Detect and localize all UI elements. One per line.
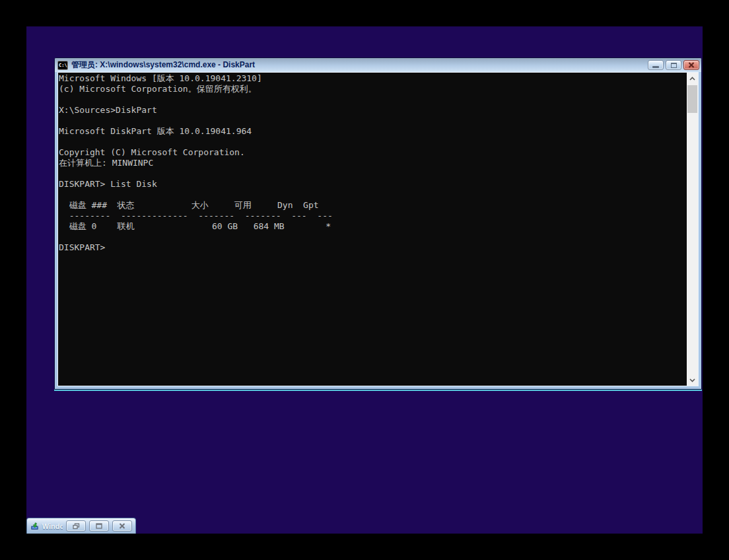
cmd-window: C:\ 管理员: X:\windows\system32\cmd.exe - D…	[54, 57, 702, 390]
window-title: 管理员: X:\windows\system32\cmd.exe - DiskP…	[68, 59, 646, 71]
minimized-window-title: Windo...	[39, 522, 63, 530]
setup-desktop: C:\ 管理员: X:\windows\system32\cmd.exe - D…	[26, 26, 703, 534]
scroll-down-button[interactable]	[687, 374, 698, 386]
windows-setup-icon	[31, 521, 39, 532]
console-output-area[interactable]: Microsoft Windows [版本 10.0.19041.2310] (…	[58, 73, 687, 386]
close-button[interactable]	[683, 60, 699, 70]
chevron-up-icon	[689, 77, 695, 81]
close-button-taskbar[interactable]	[112, 520, 132, 532]
restore-icon	[73, 523, 80, 530]
scroll-up-button[interactable]	[687, 73, 698, 84]
cmd-icon: C:\	[57, 61, 68, 70]
desktop-root: { "screen": { "desktop_color": "#1d0757"…	[0, 0, 729, 560]
minimize-icon	[652, 66, 659, 68]
vertical-scrollbar[interactable]	[687, 73, 698, 386]
maximize-icon	[671, 63, 677, 68]
maximize-button[interactable]	[666, 60, 681, 70]
maximize-icon	[96, 523, 102, 529]
console-body: Microsoft Windows [版本 10.0.19041.2310] (…	[57, 72, 699, 386]
scrollbar-thumb[interactable]	[687, 85, 697, 113]
close-icon	[688, 62, 695, 68]
minimize-button[interactable]	[648, 60, 664, 70]
cmd-titlebar[interactable]: C:\ 管理员: X:\windows\system32\cmd.exe - D…	[55, 58, 701, 72]
console-output: Microsoft Windows [版本 10.0.19041.2310] (…	[59, 73, 687, 253]
minimized-setup-window[interactable]: Windo...	[26, 518, 136, 534]
chevron-down-icon	[689, 378, 695, 382]
maximize-button-taskbar[interactable]	[89, 520, 109, 532]
restore-button[interactable]	[66, 520, 86, 532]
close-icon	[119, 523, 125, 529]
